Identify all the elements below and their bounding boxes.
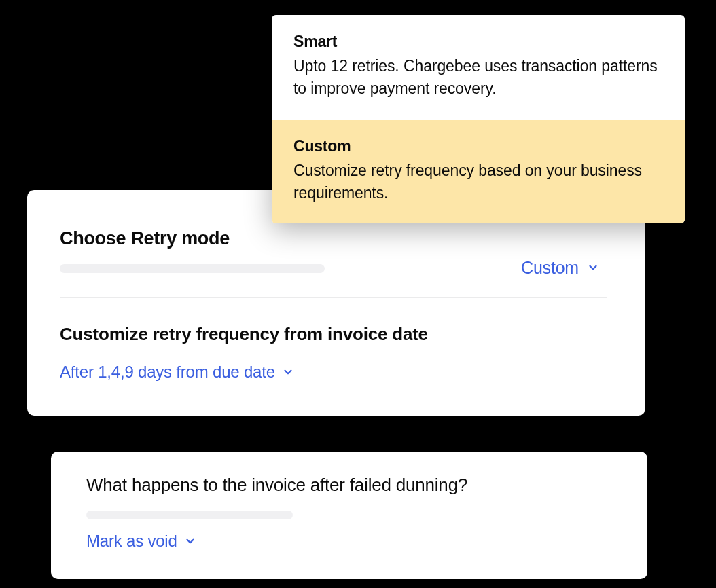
- dropdown-option-smart[interactable]: Smart Upto 12 retries. Chargebee uses tr…: [272, 15, 685, 120]
- retry-mode-dropdown: Smart Upto 12 retries. Chargebee uses tr…: [272, 15, 685, 223]
- retry-frequency-label: After 1,4,9 days from due date: [60, 363, 275, 382]
- customize-title: Customize retry frequency from invoice d…: [60, 324, 607, 345]
- option-description: Upto 12 retries. Chargebee uses transact…: [293, 55, 663, 100]
- option-title: Smart: [293, 33, 663, 51]
- dropdown-option-custom[interactable]: Custom Customize retry frequency based o…: [272, 120, 685, 224]
- dunning-action-label: Mark as void: [86, 532, 177, 551]
- retry-mode-selected-label: Custom: [521, 258, 579, 278]
- dunning-action-selector[interactable]: Mark as void: [86, 532, 196, 551]
- skeleton-placeholder: [86, 511, 293, 519]
- retry-card: Choose Retry mode Custom Customize retry…: [27, 190, 645, 416]
- dunning-card: What happens to the invoice after failed…: [51, 452, 647, 579]
- dunning-question: What happens to the invoice after failed…: [86, 475, 612, 496]
- divider: [60, 297, 607, 298]
- retry-mode-selector[interactable]: Custom: [521, 258, 599, 278]
- chevron-down-icon: [184, 535, 196, 547]
- skeleton-placeholder: [60, 264, 325, 273]
- chevron-down-icon: [282, 366, 294, 378]
- retry-frequency-selector[interactable]: After 1,4,9 days from due date: [60, 363, 294, 382]
- option-description: Customize retry frequency based on your …: [293, 160, 663, 205]
- option-title: Custom: [293, 137, 663, 155]
- retry-mode-title: Choose Retry mode: [60, 228, 607, 249]
- chevron-down-icon: [587, 258, 599, 278]
